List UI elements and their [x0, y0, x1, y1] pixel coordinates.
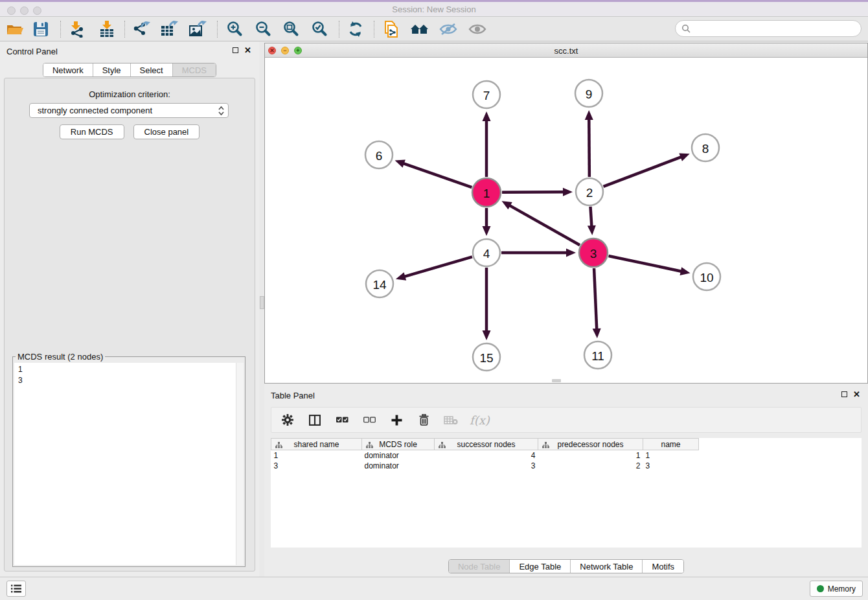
search-icon — [681, 24, 691, 33]
memory-status-button[interactable]: Memory — [810, 581, 863, 597]
tab-motifs[interactable]: Motifs — [642, 560, 683, 573]
graph-edge-1-4[interactable] — [483, 208, 491, 236]
column-header-predecessor-nodes[interactable]: predecessor nodes — [538, 439, 643, 450]
open-session-button[interactable] — [4, 19, 26, 40]
node-label: 2 — [586, 186, 593, 200]
graph-edge-4-15[interactable] — [483, 268, 491, 340]
table-cell[interactable]: 3 — [435, 461, 538, 471]
search-input[interactable] — [694, 23, 861, 34]
tab-style[interactable]: Style — [93, 63, 130, 76]
import-table-button[interactable] — [96, 19, 118, 40]
tab-edge-table[interactable]: Edge Table — [509, 560, 570, 573]
graph-node-1[interactable]: 1 — [472, 178, 501, 207]
delete-column-button[interactable] — [415, 411, 432, 428]
column-header-name[interactable]: name — [643, 439, 699, 450]
hierarchy-icon — [366, 441, 373, 450]
select-all-rows-button[interactable] — [334, 411, 350, 428]
close-panel-icon[interactable]: ✕ — [853, 390, 860, 398]
column-header-mcds-role[interactable]: MCDS role — [362, 439, 435, 450]
show-graphics-details-button[interactable] — [466, 19, 488, 40]
save-session-button[interactable] — [30, 19, 52, 40]
canvas-resize-grip[interactable] — [552, 379, 561, 382]
table-row[interactable]: 1dominator411 — [271, 450, 699, 461]
graph-edge-3-11[interactable] — [593, 268, 601, 338]
hide-graphics-details-button[interactable] — [437, 19, 459, 40]
node-label: 9 — [586, 87, 593, 101]
table-cell[interactable]: dominator — [362, 450, 435, 461]
graph-edge-3-1[interactable] — [502, 201, 580, 245]
network-canvas[interactable]: 7968124314101511 — [265, 58, 867, 383]
graph-edge-2-9[interactable] — [585, 110, 593, 177]
tab-network[interactable]: Network — [43, 63, 93, 76]
graph-node-8[interactable]: 8 — [692, 134, 719, 161]
optimization-criterion-dropdown[interactable]: strongly connected component — [29, 103, 229, 118]
graph-edge-3-10[interactable] — [608, 256, 690, 275]
tab-mcds[interactable]: MCDS — [172, 63, 216, 76]
zoom-fit-button[interactable] — [280, 19, 302, 40]
mcds-result-textarea[interactable]: 13 — [14, 363, 244, 565]
table-row[interactable]: 3dominator323 — [271, 461, 699, 471]
splitter-grip[interactable] — [260, 296, 264, 309]
graph-edge-4-14[interactable] — [396, 257, 472, 280]
table-cell[interactable]: 1 — [271, 450, 362, 461]
graph-edge-1-2[interactable] — [502, 188, 573, 196]
zoom-selected-button[interactable] — [308, 19, 330, 40]
column-header-successor-nodes[interactable]: successor nodes — [435, 439, 538, 450]
copy-network-button[interactable] — [380, 19, 402, 40]
float-panel-icon[interactable] — [233, 47, 238, 53]
delete-table-button-disabled — [442, 411, 459, 428]
table-cell[interactable]: 1 — [643, 450, 699, 461]
show-columns-button[interactable] — [306, 411, 323, 428]
home-layout-button[interactable] — [409, 19, 431, 40]
graph-node-6[interactable]: 6 — [365, 141, 393, 168]
column-label: successor nodes — [457, 440, 515, 449]
export-network-button[interactable] — [130, 19, 152, 40]
column-header-shared-name[interactable]: shared name — [271, 439, 362, 450]
graph-edge-1-7[interactable] — [483, 111, 491, 177]
table-cell[interactable]: dominator — [362, 461, 435, 471]
export-image-button[interactable] — [187, 19, 209, 40]
graph-edge-2-8[interactable] — [604, 153, 690, 186]
search-field[interactable] — [675, 20, 862, 37]
zoom-selected-icon — [311, 21, 328, 38]
result-scrollbar[interactable] — [236, 363, 244, 565]
graph-node-7[interactable]: 7 — [473, 81, 500, 108]
run-mcds-button[interactable]: Run MCDS — [60, 124, 124, 139]
import-network-button[interactable] — [65, 19, 87, 40]
graph-node-3[interactable]: 3 — [579, 238, 608, 267]
graph-node-11[interactable]: 11 — [584, 341, 611, 369]
table-cell[interactable]: 1 — [538, 450, 643, 461]
arrowhead-icon — [566, 249, 576, 257]
graph-node-10[interactable]: 10 — [693, 263, 720, 290]
float-panel-icon[interactable] — [841, 391, 847, 397]
table-panel-title: Table Panel — [271, 391, 315, 400]
close-panel-button[interactable]: Close panel — [133, 124, 200, 139]
table-settings-button[interactable] — [279, 411, 296, 428]
graph-node-9[interactable]: 9 — [575, 80, 602, 107]
graph-edge-1-6[interactable] — [395, 159, 472, 187]
graph-edge-2-3[interactable] — [588, 207, 596, 235]
table-cell[interactable]: 4 — [435, 450, 538, 461]
tab-node-table[interactable]: Node Table — [449, 560, 510, 573]
tab-select[interactable]: Select — [130, 63, 172, 76]
tab-network-table[interactable]: Network Table — [570, 560, 642, 573]
graph-node-2[interactable]: 2 — [576, 178, 603, 205]
task-history-button[interactable] — [6, 581, 26, 597]
graph-node-4[interactable]: 4 — [473, 239, 500, 266]
deselect-all-rows-button[interactable] — [361, 411, 378, 428]
main-toolbar — [0, 17, 868, 41]
zoom-out-button[interactable] — [252, 19, 274, 40]
graph-edge-4-3[interactable] — [501, 249, 576, 257]
table-cell[interactable]: 3 — [643, 461, 699, 471]
graph-node-15[interactable]: 15 — [473, 343, 500, 371]
arrowhead-icon — [483, 226, 491, 236]
export-table-button[interactable] — [158, 19, 180, 40]
close-panel-icon[interactable]: ✕ — [244, 46, 251, 54]
table-cell[interactable]: 2 — [538, 461, 643, 471]
table-cell[interactable]: 3 — [271, 461, 362, 471]
add-column-button[interactable] — [388, 411, 405, 428]
refresh-layout-button[interactable] — [345, 19, 367, 40]
graph-node-14[interactable]: 14 — [366, 270, 393, 297]
panel-splitter[interactable] — [259, 41, 264, 577]
zoom-in-button[interactable] — [223, 19, 246, 40]
